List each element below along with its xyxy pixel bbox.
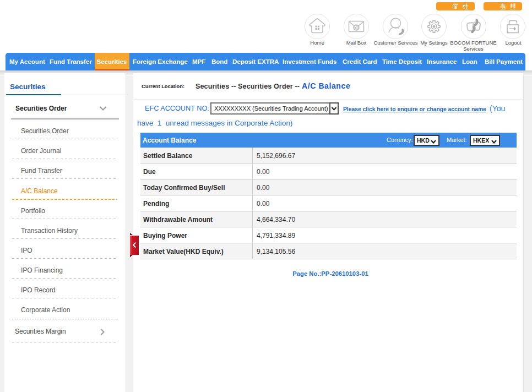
svg-text:@: @ — [354, 25, 359, 30]
